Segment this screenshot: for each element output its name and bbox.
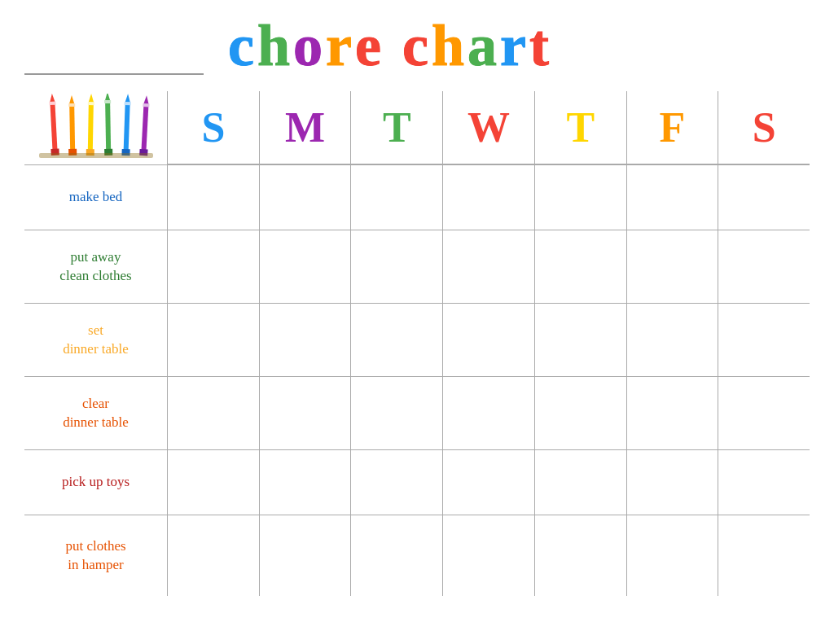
chore-grid-row-4	[168, 449, 810, 515]
grid-cell-row0-col1[interactable]	[259, 165, 351, 230]
grid-cell-row4-col3[interactable]	[442, 450, 534, 515]
chore-grid-row-3	[168, 376, 810, 449]
day-header-w: W	[442, 91, 534, 164]
chore-grid-row-0	[168, 164, 810, 230]
day-header-t: T	[350, 91, 442, 164]
svg-rect-19	[124, 101, 130, 104]
grid-cell-row5-col6[interactable]	[718, 515, 810, 596]
svg-marker-21	[143, 95, 149, 103]
day-header-s: S	[718, 91, 810, 164]
crayons-header	[24, 91, 167, 164]
grid-cell-row3-col4[interactable]	[534, 377, 626, 449]
day-header-m: M	[259, 91, 351, 164]
chore-label-3: cleardinner table	[24, 376, 167, 449]
svg-marker-16	[123, 102, 129, 155]
crayons-icon	[35, 94, 157, 163]
grid-cell-row1-col0[interactable]	[168, 230, 259, 303]
header: chorechart	[24, 16, 810, 75]
svg-marker-8	[87, 102, 93, 155]
grid-cell-row0-col5[interactable]	[626, 165, 718, 230]
grid-cell-row2-col6[interactable]	[718, 304, 810, 376]
svg-rect-11	[87, 101, 94, 104]
grid-cell-row2-col4[interactable]	[534, 304, 626, 376]
grid-cell-row2-col1[interactable]	[259, 304, 351, 376]
svg-marker-20	[141, 103, 148, 155]
grid-cell-row4-col2[interactable]	[350, 450, 442, 515]
chore-labels: make bedput awayclean clothessetdinner t…	[24, 164, 167, 596]
day-header-s: S	[168, 91, 259, 164]
grid-cell-row2-col0[interactable]	[168, 304, 259, 376]
grid-cell-row2-col3[interactable]	[442, 304, 534, 376]
svg-rect-24	[39, 153, 153, 158]
grid-cell-row4-col5[interactable]	[626, 450, 718, 515]
svg-marker-0	[50, 101, 57, 154]
grid-cell-row1-col1[interactable]	[259, 230, 351, 303]
grid-cell-row0-col0[interactable]	[168, 165, 259, 230]
grid-cell-row0-col6[interactable]	[718, 165, 810, 230]
grid-cell-row0-col3[interactable]	[442, 165, 534, 230]
chart-container: make bedput awayclean clothessetdinner t…	[24, 91, 810, 596]
svg-rect-3	[49, 101, 55, 104]
grid-cell-row5-col1[interactable]	[259, 515, 351, 596]
chore-label-1: put awayclean clothes	[24, 230, 167, 303]
grid-cell-row4-col6[interactable]	[718, 450, 810, 515]
grid-cell-row3-col3[interactable]	[442, 377, 534, 449]
grid-cell-row0-col2[interactable]	[350, 165, 442, 230]
svg-marker-9	[88, 94, 93, 102]
grid-cell-row5-col5[interactable]	[626, 515, 718, 596]
name-line	[24, 50, 204, 75]
grid-cell-row5-col3[interactable]	[442, 515, 534, 596]
left-column: make bedput awayclean clothessetdinner t…	[24, 91, 167, 596]
grid-cell-row3-col6[interactable]	[718, 377, 810, 449]
grid-cell-row4-col1[interactable]	[259, 450, 351, 515]
svg-marker-17	[125, 94, 129, 102]
chore-label-4: pick up toys	[24, 449, 167, 515]
svg-marker-13	[104, 94, 109, 100]
svg-marker-5	[68, 94, 73, 103]
day-header-t: T	[534, 91, 626, 164]
grid-cell-row3-col0[interactable]	[168, 377, 259, 449]
grid-cell-row4-col4[interactable]	[534, 450, 626, 515]
grid-cell-row5-col2[interactable]	[350, 515, 442, 596]
chore-label-0: make bed	[24, 164, 167, 230]
grid-area: SMTWTFS	[167, 91, 810, 596]
page-title: chorechart	[228, 16, 552, 75]
grid-cell-row3-col1[interactable]	[259, 377, 351, 449]
grid-cell-row2-col5[interactable]	[626, 304, 718, 376]
svg-rect-23	[143, 103, 149, 107]
grid-cell-row1-col4[interactable]	[534, 230, 626, 303]
grid-cell-row1-col2[interactable]	[350, 230, 442, 303]
grid-cell-row4-col0[interactable]	[168, 450, 259, 515]
chore-label-2: setdinner table	[24, 303, 167, 376]
chore-label-5: put clothesin hamper	[24, 515, 167, 596]
grid-cell-row1-col3[interactable]	[442, 230, 534, 303]
grid-cell-row0-col4[interactable]	[534, 165, 626, 230]
chore-rows	[168, 164, 810, 596]
svg-marker-1	[49, 94, 55, 102]
grid-cell-row5-col4[interactable]	[534, 515, 626, 596]
chore-grid-row-5	[168, 515, 810, 596]
svg-marker-12	[105, 99, 111, 154]
grid-cell-row5-col0[interactable]	[168, 515, 259, 596]
grid-cell-row1-col5[interactable]	[626, 230, 718, 303]
svg-rect-15	[104, 99, 111, 103]
svg-marker-4	[69, 103, 75, 154]
grid-cell-row3-col2[interactable]	[350, 377, 442, 449]
chore-grid-row-1	[168, 230, 810, 303]
day-headers: SMTWTFS	[168, 91, 810, 164]
grid-cell-row2-col2[interactable]	[350, 304, 442, 376]
grid-cell-row1-col6[interactable]	[718, 230, 810, 303]
grid-cell-row3-col5[interactable]	[626, 377, 718, 449]
svg-rect-7	[68, 103, 75, 106]
day-header-f: F	[626, 91, 718, 164]
chore-grid-row-2	[168, 303, 810, 376]
